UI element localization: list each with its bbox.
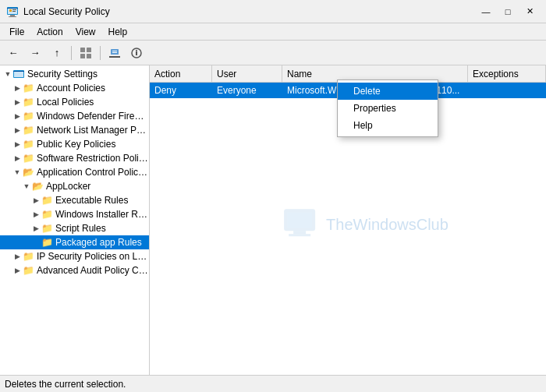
sidebar-label-applocker: AppLocker — [46, 181, 90, 192]
toolbar-export[interactable] — [105, 44, 125, 62]
sidebar-item-ip-security[interactable]: ▶ 📁 IP Security Policies on Local C... — [0, 249, 149, 263]
status-bar: Deletes the current selection. — [0, 375, 546, 392]
svg-rect-21 — [14, 72, 23, 77]
toolbar: ← → ↑ — [0, 41, 546, 65]
toolbar-properties[interactable] — [126, 44, 147, 62]
expander-installer: ▶ — [31, 210, 41, 219]
expander-executable: ▶ — [31, 196, 41, 205]
svg-rect-24 — [293, 231, 306, 234]
folder-icon-applocker: 📂 — [31, 180, 44, 192]
maximize-button[interactable]: □ — [498, 4, 518, 19]
main-area: ▼ Security Settings ▶ 📁 Account Policies… — [0, 65, 546, 375]
svg-rect-22 — [284, 209, 315, 231]
sidebar-item-advanced-audit[interactable]: ▶ 📁 Advanced Audit Policy Config... — [0, 263, 149, 277]
svg-rect-25 — [289, 234, 310, 236]
expander-network: ▶ — [12, 125, 22, 135]
folder-icon-script: 📁 — [41, 222, 53, 235]
sidebar-item-account-policies[interactable]: ▶ 📁 Account Policies — [0, 81, 149, 95]
expander-root: ▼ — [3, 69, 12, 79]
sidebar-item-local-policies[interactable]: ▶ 📁 Local Policies — [0, 95, 149, 109]
sidebar-item-software-restriction[interactable]: ▶ 📁 Software Restriction Policies — [0, 151, 149, 165]
watermark-text: TheWindowsClub — [326, 216, 448, 234]
toolbar-sep-1 — [71, 46, 72, 60]
col-header-action[interactable]: Action — [150, 65, 212, 82]
sidebar-item-windows-installer[interactable]: ▶ 📁 Windows Installer Rules... — [0, 207, 149, 221]
close-button[interactable]: ✕ — [519, 4, 540, 19]
folder-icon-packaged: 📁 — [41, 236, 53, 249]
folder-icon-software: 📁 — [22, 152, 34, 164]
col-header-user[interactable]: User — [212, 65, 282, 82]
svg-rect-20 — [13, 71, 24, 72]
sidebar-root[interactable]: ▼ Security Settings — [0, 67, 149, 81]
sidebar-label-executable-rules: Executable Rules — [55, 195, 128, 206]
context-menu-delete[interactable]: Delete — [338, 83, 438, 100]
context-menu: Delete Properties Help — [337, 79, 438, 137]
menu-help[interactable]: Help — [102, 25, 134, 39]
col-header-exceptions[interactable]: Exceptions — [468, 65, 546, 82]
svg-rect-3 — [9, 16, 16, 17]
folder-icon-defender: 📁 — [22, 110, 34, 122]
sidebar-item-packaged-app[interactable]: 📁 Packaged app Rules — [0, 235, 149, 249]
sidebar-item-script-rules[interactable]: ▶ 📁 Script Rules — [0, 221, 149, 235]
menu-action[interactable]: Action — [30, 25, 69, 39]
context-menu-properties[interactable]: Properties — [338, 100, 438, 117]
window-controls: — □ ✕ — [476, 4, 540, 19]
sidebar-label-advanced-audit: Advanced Audit Policy Config... — [37, 265, 149, 276]
toolbar-forward[interactable]: → — [25, 44, 45, 62]
content-pane: Action User Name Exceptions Deny Everyon… — [150, 65, 546, 375]
sidebar-label-windows-installer: Windows Installer Rules... — [55, 209, 149, 220]
minimize-button[interactable]: — — [476, 4, 496, 19]
svg-rect-23 — [287, 212, 312, 228]
svg-rect-18 — [136, 50, 137, 51]
sidebar-item-executable-rules[interactable]: ▶ 📁 Executable Rules — [0, 193, 149, 207]
sidebar-label-app-control: Application Control Policies — [37, 167, 149, 178]
cell-user: Everyone — [212, 83, 282, 97]
sidebar-label-network-list: Network List Manager Policies — [37, 125, 149, 136]
menu-file[interactable]: File — [3, 25, 30, 39]
svg-rect-12 — [109, 56, 120, 58]
expander-publickey: ▶ — [12, 139, 22, 149]
folder-icon-network: 📁 — [22, 124, 34, 136]
svg-rect-9 — [87, 48, 91, 52]
toolbar-show-hide[interactable] — [76, 44, 96, 62]
sidebar-label-account-policies: Account Policies — [37, 83, 105, 94]
sidebar-label-public-key: Public Key Policies — [37, 139, 115, 150]
svg-rect-2 — [10, 15, 15, 16]
sidebar-item-network-list[interactable]: ▶ 📁 Network List Manager Policies — [0, 123, 149, 137]
title-bar: Local Security Policy — □ ✕ — [0, 0, 546, 23]
sidebar-label-software-restriction: Software Restriction Policies — [37, 153, 149, 164]
svg-rect-7 — [12, 11, 16, 12]
folder-icon-local: 📁 — [22, 96, 34, 108]
toolbar-sep-2 — [100, 46, 101, 60]
folder-icon-audit: 📁 — [22, 264, 34, 277]
toolbar-back[interactable]: ← — [3, 44, 23, 62]
sidebar-item-public-key[interactable]: ▶ 📁 Public Key Policies — [0, 137, 149, 151]
sidebar-item-applocker[interactable]: ▼ 📂 AppLocker — [0, 179, 149, 193]
sidebar-item-app-control[interactable]: ▼ 📂 Application Control Policies — [0, 165, 149, 179]
expander-packaged — [31, 238, 41, 247]
menu-bar: File Action View Help — [0, 23, 546, 41]
watermark: TheWindowsClub — [281, 203, 448, 247]
svg-rect-6 — [12, 9, 16, 10]
context-menu-help[interactable]: Help — [338, 117, 438, 134]
svg-rect-11 — [87, 54, 91, 58]
svg-rect-13 — [111, 49, 119, 55]
cell-exceptions — [468, 89, 546, 92]
folder-icon-executable: 📁 — [41, 194, 53, 207]
svg-rect-17 — [136, 51, 137, 55]
expander-software: ▶ — [12, 154, 22, 163]
menu-view[interactable]: View — [69, 25, 102, 39]
sidebar-label-local-policies: Local Policies — [37, 97, 94, 108]
expander-local: ▶ — [12, 97, 22, 107]
toolbar-up[interactable]: ↑ — [47, 44, 67, 62]
svg-rect-15 — [112, 52, 117, 53]
sidebar: ▼ Security Settings ▶ 📁 Account Policies… — [0, 65, 150, 375]
expander-defender: ▶ — [12, 111, 22, 121]
sidebar-label-ip-security: IP Security Policies on Local C... — [37, 251, 149, 262]
sidebar-root-label: Security Settings — [27, 69, 98, 79]
sidebar-item-windows-defender[interactable]: ▶ 📁 Windows Defender Firewall wi... — [0, 109, 149, 123]
expander-appcontrol: ▼ — [12, 168, 22, 177]
folder-icon-appcontrol: 📂 — [22, 166, 34, 178]
folder-icon-account: 📁 — [22, 82, 34, 94]
folder-icon-installer: 📁 — [41, 208, 53, 221]
